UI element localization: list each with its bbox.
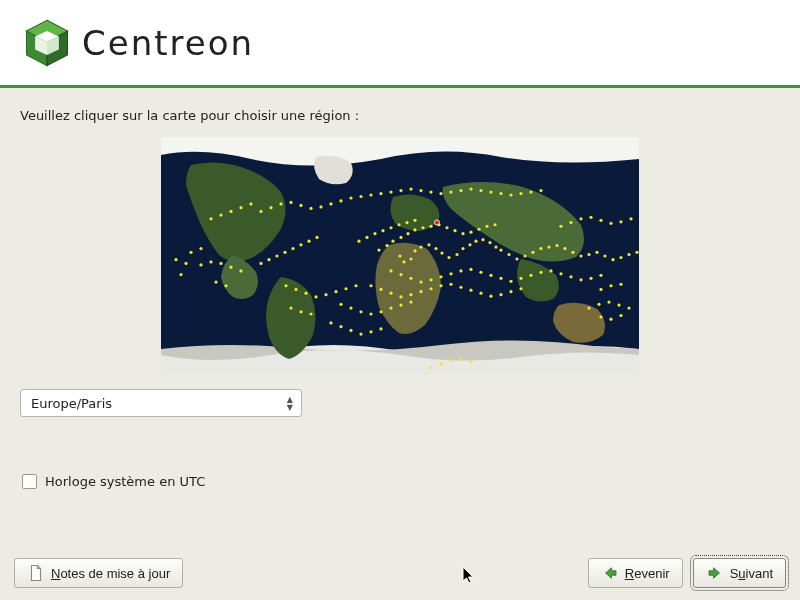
svg-point-43 bbox=[389, 226, 392, 229]
svg-point-108 bbox=[299, 243, 302, 246]
svg-point-161 bbox=[184, 262, 187, 265]
svg-point-63 bbox=[627, 253, 630, 256]
svg-point-180 bbox=[519, 192, 522, 195]
svg-point-37 bbox=[485, 225, 488, 228]
svg-point-42 bbox=[381, 229, 384, 232]
svg-point-54 bbox=[555, 244, 558, 247]
svg-point-41 bbox=[373, 232, 376, 235]
svg-point-45 bbox=[405, 221, 408, 224]
svg-point-153 bbox=[359, 332, 362, 335]
svg-point-181 bbox=[529, 190, 532, 193]
svg-point-15 bbox=[447, 256, 450, 259]
timezone-map[interactable] bbox=[161, 137, 639, 375]
svg-point-18 bbox=[468, 243, 471, 246]
svg-point-47 bbox=[499, 248, 502, 251]
svg-point-114 bbox=[314, 295, 317, 298]
svg-point-175 bbox=[469, 187, 472, 190]
svg-point-78 bbox=[519, 277, 522, 280]
svg-point-192 bbox=[349, 196, 352, 199]
next-button[interactable]: Suivant bbox=[693, 558, 786, 588]
svg-point-46 bbox=[413, 219, 416, 222]
svg-point-123 bbox=[379, 310, 382, 313]
svg-point-138 bbox=[617, 303, 620, 306]
svg-point-205 bbox=[469, 360, 472, 363]
arrow-right-icon bbox=[706, 564, 724, 582]
svg-point-75 bbox=[489, 274, 492, 277]
svg-point-149 bbox=[224, 284, 227, 287]
next-label: Suivant bbox=[730, 566, 773, 581]
svg-point-70 bbox=[439, 275, 442, 278]
svg-point-104 bbox=[267, 258, 270, 261]
svg-point-166 bbox=[619, 283, 622, 286]
svg-point-200 bbox=[249, 202, 252, 205]
svg-point-102 bbox=[519, 287, 522, 290]
svg-point-55 bbox=[563, 247, 566, 250]
spinner-icon: ▲▼ bbox=[287, 396, 293, 411]
utc-checkbox[interactable] bbox=[22, 474, 37, 489]
svg-point-129 bbox=[579, 217, 582, 220]
brand-logo-icon bbox=[20, 16, 74, 70]
svg-point-115 bbox=[324, 293, 327, 296]
svg-point-48 bbox=[507, 253, 510, 256]
svg-point-160 bbox=[189, 251, 192, 254]
svg-point-154 bbox=[369, 330, 372, 333]
timezone-select[interactable]: Europe/Paris ▲▼ bbox=[20, 389, 302, 417]
svg-point-151 bbox=[339, 325, 342, 328]
back-button[interactable]: Revenir bbox=[588, 558, 683, 588]
svg-point-127 bbox=[559, 225, 562, 228]
svg-point-171 bbox=[429, 190, 432, 193]
utc-checkbox-label[interactable]: Horloge système en UTC bbox=[45, 474, 205, 489]
svg-point-83 bbox=[569, 275, 572, 278]
svg-point-156 bbox=[289, 306, 292, 309]
svg-point-25 bbox=[391, 240, 394, 243]
svg-point-147 bbox=[199, 263, 202, 266]
svg-point-27 bbox=[406, 232, 409, 235]
svg-point-193 bbox=[359, 195, 362, 198]
svg-point-101 bbox=[509, 290, 512, 293]
svg-point-134 bbox=[629, 217, 632, 220]
timezone-selected-value: Europe/Paris bbox=[31, 396, 112, 411]
svg-point-130 bbox=[589, 216, 592, 219]
svg-point-103 bbox=[259, 262, 262, 265]
svg-point-36 bbox=[477, 228, 480, 231]
svg-point-94 bbox=[439, 284, 442, 287]
svg-point-12 bbox=[427, 243, 430, 246]
svg-point-199 bbox=[239, 206, 242, 209]
svg-point-125 bbox=[399, 303, 402, 306]
svg-point-10 bbox=[413, 249, 416, 252]
svg-point-100 bbox=[499, 293, 502, 296]
svg-point-29 bbox=[421, 226, 424, 229]
svg-point-23 bbox=[377, 248, 380, 251]
svg-point-137 bbox=[607, 301, 610, 304]
svg-point-73 bbox=[469, 268, 472, 271]
release-notes-button[interactable]: Notes de mise à jour bbox=[14, 558, 183, 588]
svg-point-195 bbox=[379, 192, 382, 195]
svg-point-51 bbox=[531, 251, 534, 254]
svg-point-117 bbox=[344, 287, 347, 290]
svg-point-146 bbox=[209, 260, 212, 263]
svg-point-33 bbox=[453, 229, 456, 232]
svg-point-72 bbox=[459, 269, 462, 272]
svg-point-173 bbox=[449, 190, 452, 193]
svg-point-69 bbox=[429, 278, 432, 281]
document-icon bbox=[27, 564, 45, 582]
arrow-left-icon bbox=[601, 564, 619, 582]
svg-point-14 bbox=[440, 251, 443, 254]
svg-point-133 bbox=[619, 220, 622, 223]
svg-point-49 bbox=[515, 257, 518, 260]
svg-point-185 bbox=[279, 202, 282, 205]
svg-point-165 bbox=[609, 284, 612, 287]
svg-point-169 bbox=[409, 187, 412, 190]
svg-point-126 bbox=[409, 301, 412, 304]
svg-point-88 bbox=[379, 288, 382, 291]
svg-point-38 bbox=[493, 223, 496, 226]
svg-point-188 bbox=[309, 207, 312, 210]
svg-point-122 bbox=[369, 312, 372, 315]
svg-point-163 bbox=[174, 258, 177, 261]
svg-point-8 bbox=[402, 260, 405, 263]
svg-point-62 bbox=[619, 256, 622, 259]
svg-point-64 bbox=[635, 251, 638, 254]
svg-point-81 bbox=[549, 269, 552, 272]
main-content: Veuillez cliquer sur la carte pour chois… bbox=[0, 88, 800, 600]
svg-point-22 bbox=[494, 245, 497, 248]
